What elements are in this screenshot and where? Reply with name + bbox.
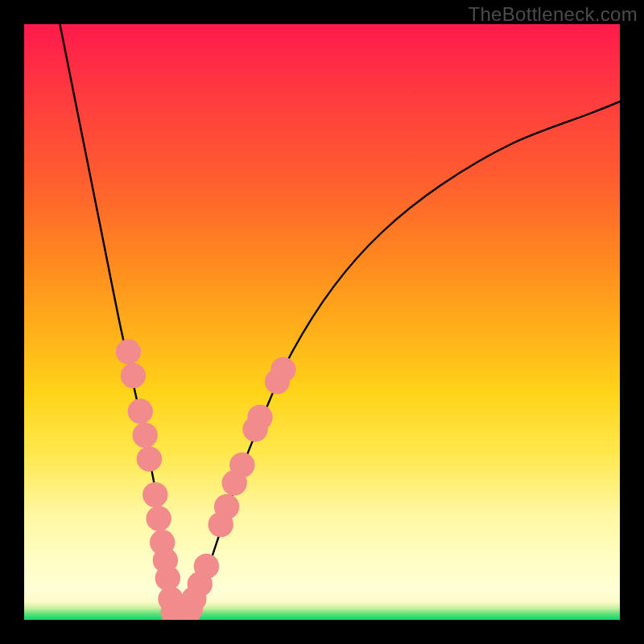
data-bead: [270, 357, 295, 382]
chart-frame: TheBottleneck.com: [0, 0, 644, 644]
data-bead: [214, 494, 239, 519]
data-bead: [229, 452, 254, 477]
data-bead: [133, 423, 158, 448]
data-bead: [128, 398, 153, 423]
data-bead: [147, 506, 171, 531]
data-bead: [247, 405, 272, 430]
data-bead: [116, 339, 141, 364]
data-bead: [142, 482, 167, 507]
data-bead: [194, 554, 219, 579]
data-bead: [137, 447, 162, 472]
curve-svg: [24, 24, 620, 620]
data-bead: [121, 363, 146, 388]
bottleneck-curve: [60, 24, 620, 620]
watermark-text: TheBottleneck.com: [468, 3, 638, 26]
plot-area: [24, 24, 620, 620]
bead-layer: [116, 339, 296, 620]
curve-layer: [60, 24, 620, 620]
